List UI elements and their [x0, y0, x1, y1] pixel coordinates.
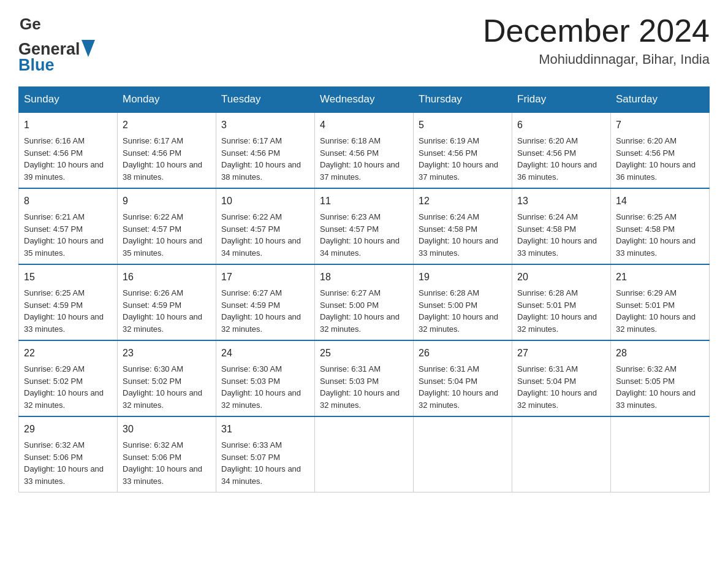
day-number: 1 [24, 118, 112, 132]
day-number: 30 [123, 422, 211, 437]
day-number: 24 [221, 346, 309, 361]
table-row: 28Sunrise: 6:32 AMSunset: 5:05 PMDayligh… [611, 340, 710, 416]
day-info: Sunrise: 6:26 AMSunset: 4:59 PMDaylight:… [123, 287, 211, 335]
logo: General General Blue [18, 12, 95, 74]
day-number: 14 [616, 194, 704, 209]
day-number: 29 [24, 422, 112, 437]
day-number: 22 [24, 346, 112, 361]
table-row: 4Sunrise: 6:18 AMSunset: 4:56 PMDaylight… [315, 112, 414, 188]
day-info: Sunrise: 6:18 AMSunset: 4:56 PMDaylight:… [320, 135, 408, 183]
day-number: 19 [419, 270, 507, 285]
table-row: 6Sunrise: 6:20 AMSunset: 4:56 PMDaylight… [512, 112, 611, 188]
day-number: 25 [320, 346, 408, 361]
header-thursday: Thursday [414, 87, 512, 113]
page-header: General General Blue December 2024 Mohiu… [18, 12, 710, 74]
table-row: 30Sunrise: 6:32 AMSunset: 5:06 PMDayligh… [118, 416, 216, 492]
day-info: Sunrise: 6:23 AMSunset: 4:57 PMDaylight:… [320, 211, 408, 259]
table-row: 24Sunrise: 6:30 AMSunset: 5:03 PMDayligh… [216, 340, 315, 416]
table-row: 20Sunrise: 6:28 AMSunset: 5:01 PMDayligh… [512, 264, 611, 340]
day-info: Sunrise: 6:17 AMSunset: 4:56 PMDaylight:… [123, 135, 211, 183]
day-number: 4 [320, 118, 408, 132]
day-info: Sunrise: 6:31 AMSunset: 5:04 PMDaylight:… [419, 363, 507, 411]
day-info: Sunrise: 6:22 AMSunset: 4:57 PMDaylight:… [123, 211, 211, 259]
title-section: December 2024 Mohiuddinnagar, Bihar, Ind… [483, 12, 710, 67]
table-row: 16Sunrise: 6:26 AMSunset: 4:59 PMDayligh… [118, 264, 216, 340]
table-row: 21Sunrise: 6:29 AMSunset: 5:01 PMDayligh… [611, 264, 710, 340]
day-number: 5 [419, 118, 507, 132]
day-info: Sunrise: 6:27 AMSunset: 5:00 PMDaylight:… [320, 287, 408, 335]
day-info: Sunrise: 6:32 AMSunset: 5:06 PMDaylight:… [24, 439, 112, 487]
table-row: 9Sunrise: 6:22 AMSunset: 4:57 PMDaylight… [118, 188, 216, 264]
day-number: 8 [24, 194, 112, 209]
header-monday: Monday [118, 87, 216, 113]
day-number: 18 [320, 270, 408, 285]
header-tuesday: Tuesday [216, 87, 315, 113]
header-friday: Friday [512, 87, 611, 113]
day-number: 15 [24, 270, 112, 285]
day-info: Sunrise: 6:33 AMSunset: 5:07 PMDaylight:… [221, 439, 309, 487]
day-number: 10 [221, 194, 309, 209]
day-info: Sunrise: 6:20 AMSunset: 4:56 PMDaylight:… [517, 135, 605, 183]
day-number: 11 [320, 194, 408, 209]
day-number: 2 [123, 118, 211, 132]
day-number: 17 [221, 270, 309, 285]
table-row: 29Sunrise: 6:32 AMSunset: 5:06 PMDayligh… [19, 416, 118, 492]
day-number: 7 [616, 118, 704, 132]
table-row: 22Sunrise: 6:29 AMSunset: 5:02 PMDayligh… [19, 340, 118, 416]
day-info: Sunrise: 6:25 AMSunset: 4:59 PMDaylight:… [24, 287, 112, 335]
table-row: 23Sunrise: 6:30 AMSunset: 5:02 PMDayligh… [118, 340, 216, 416]
day-info: Sunrise: 6:16 AMSunset: 4:56 PMDaylight:… [24, 135, 112, 183]
header-sunday: Sunday [19, 87, 118, 113]
day-number: 23 [123, 346, 211, 361]
day-number: 6 [517, 118, 605, 132]
day-info: Sunrise: 6:29 AMSunset: 5:01 PMDaylight:… [616, 287, 704, 335]
table-row: 11Sunrise: 6:23 AMSunset: 4:57 PMDayligh… [315, 188, 414, 264]
calendar-title: December 2024 [483, 12, 710, 49]
table-row: 2Sunrise: 6:17 AMSunset: 4:56 PMDaylight… [118, 112, 216, 188]
day-number: 12 [419, 194, 507, 209]
day-info: Sunrise: 6:20 AMSunset: 4:56 PMDaylight:… [616, 135, 704, 183]
table-row: 10Sunrise: 6:22 AMSunset: 4:57 PMDayligh… [216, 188, 315, 264]
day-info: Sunrise: 6:19 AMSunset: 4:56 PMDaylight:… [419, 135, 507, 183]
day-info: Sunrise: 6:27 AMSunset: 4:59 PMDaylight:… [221, 287, 309, 335]
day-number: 28 [616, 346, 704, 361]
calendar-table: SundayMondayTuesdayWednesdayThursdayFrid… [18, 86, 710, 492]
svg-marker-2 [82, 40, 95, 57]
table-row: 13Sunrise: 6:24 AMSunset: 4:58 PMDayligh… [512, 188, 611, 264]
day-info: Sunrise: 6:31 AMSunset: 5:03 PMDaylight:… [320, 363, 408, 411]
day-number: 26 [419, 346, 507, 361]
table-row: 15Sunrise: 6:25 AMSunset: 4:59 PMDayligh… [19, 264, 118, 340]
logo-blue-text: Blue [18, 56, 95, 75]
day-info: Sunrise: 6:32 AMSunset: 5:06 PMDaylight:… [123, 439, 211, 487]
header-wednesday: Wednesday [315, 87, 414, 113]
day-info: Sunrise: 6:25 AMSunset: 4:58 PMDaylight:… [616, 211, 704, 259]
day-info: Sunrise: 6:30 AMSunset: 5:02 PMDaylight:… [123, 363, 211, 411]
calendar-subtitle: Mohiuddinnagar, Bihar, India [483, 52, 710, 67]
table-row: 1Sunrise: 6:16 AMSunset: 4:56 PMDaylight… [19, 112, 118, 188]
table-row: 19Sunrise: 6:28 AMSunset: 5:00 PMDayligh… [414, 264, 512, 340]
day-info: Sunrise: 6:28 AMSunset: 5:00 PMDaylight:… [419, 287, 507, 335]
day-number: 13 [517, 194, 605, 209]
day-number: 31 [221, 422, 309, 437]
day-info: Sunrise: 6:17 AMSunset: 4:56 PMDaylight:… [221, 135, 309, 183]
table-row: 5Sunrise: 6:19 AMSunset: 4:56 PMDaylight… [414, 112, 512, 188]
day-info: Sunrise: 6:29 AMSunset: 5:02 PMDaylight:… [24, 363, 112, 411]
svg-text:General: General [20, 15, 42, 33]
table-row: 18Sunrise: 6:27 AMSunset: 5:00 PMDayligh… [315, 264, 414, 340]
day-info: Sunrise: 6:24 AMSunset: 4:58 PMDaylight:… [517, 211, 605, 259]
table-row [611, 416, 710, 492]
day-number: 20 [517, 270, 605, 285]
header-saturday: Saturday [611, 87, 710, 113]
day-number: 3 [221, 118, 309, 132]
day-number: 9 [123, 194, 211, 209]
table-row [512, 416, 611, 492]
day-info: Sunrise: 6:32 AMSunset: 5:05 PMDaylight:… [616, 363, 704, 411]
table-row: 3Sunrise: 6:17 AMSunset: 4:56 PMDaylight… [216, 112, 315, 188]
day-info: Sunrise: 6:24 AMSunset: 4:58 PMDaylight:… [419, 211, 507, 259]
day-info: Sunrise: 6:31 AMSunset: 5:04 PMDaylight:… [517, 363, 605, 411]
table-row: 14Sunrise: 6:25 AMSunset: 4:58 PMDayligh… [611, 188, 710, 264]
table-row: 27Sunrise: 6:31 AMSunset: 5:04 PMDayligh… [512, 340, 611, 416]
table-row: 31Sunrise: 6:33 AMSunset: 5:07 PMDayligh… [216, 416, 315, 492]
table-row: 12Sunrise: 6:24 AMSunset: 4:58 PMDayligh… [414, 188, 512, 264]
table-row [315, 416, 414, 492]
